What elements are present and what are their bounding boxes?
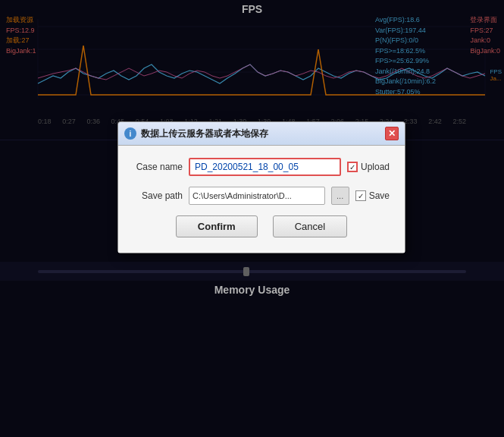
save-checkbox[interactable]	[355, 190, 366, 201]
confirm-button[interactable]: Confirm	[176, 215, 258, 237]
case-name-row: Case name Upload	[133, 158, 390, 176]
cancel-button[interactable]: Cancel	[273, 215, 347, 237]
upload-label: Upload	[361, 162, 390, 172]
dialog-title-left: i 数据上传云服务器或者本地保存	[124, 127, 268, 140]
save-dialog: i 数据上传云服务器或者本地保存 ✕ Case name Upload Save…	[117, 121, 405, 253]
upload-checkbox-area: Upload	[347, 162, 390, 172]
save-path-input[interactable]	[189, 187, 325, 205]
case-name-label: Case name	[133, 162, 183, 172]
dialog-buttons: Confirm Cancel	[133, 215, 390, 241]
upload-checkbox[interactable]	[347, 162, 358, 172]
case-name-input[interactable]	[189, 158, 341, 176]
browse-button[interactable]: ...	[331, 187, 349, 205]
dialog-title-bar: i 数据上传云服务器或者本地保存 ✕	[118, 122, 405, 146]
save-path-row: Save path ... Save	[133, 187, 390, 205]
save-checkbox-area: Save	[355, 190, 390, 201]
dialog-close-button[interactable]: ✕	[385, 127, 399, 140]
dialog-title-text: 数据上传云服务器或者本地保存	[141, 127, 268, 140]
save-label: Save	[369, 190, 390, 201]
dialog-body: Case name Upload Save path ... Save Conf…	[118, 146, 405, 253]
dialog-icon: i	[124, 127, 136, 140]
save-path-label: Save path	[133, 190, 183, 201]
